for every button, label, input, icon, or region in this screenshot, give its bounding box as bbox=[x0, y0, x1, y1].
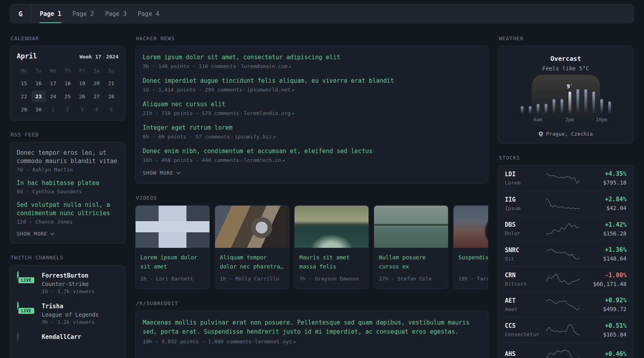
stock-row[interactable]: CRNBitcorn -1.00%$66,171.48 bbox=[505, 267, 627, 292]
weather-time-slot bbox=[521, 117, 524, 124]
twitch-card: LIVE ForrestBurton Counter-Strike 1h · 1… bbox=[10, 265, 125, 358]
hn-story-domain-link[interactable]: loremlandia.org↗ bbox=[244, 110, 294, 116]
calendar-day: 22 bbox=[17, 91, 31, 102]
tab-page-1[interactable]: Page 1 bbox=[34, 4, 67, 23]
rss-item-title[interactable]: In hac habitasse platea bbox=[17, 179, 118, 187]
tab-page-4[interactable]: Page 4 bbox=[132, 4, 165, 23]
avatar-wrap: LIVE bbox=[17, 272, 36, 282]
weather-time-slot bbox=[529, 117, 531, 124]
location-pin-icon bbox=[539, 131, 543, 137]
rss-card: Donec tempor eros leo, ut commodo mauris… bbox=[10, 142, 125, 243]
video-thumbnail[interactable] bbox=[136, 206, 209, 248]
reddit-post-domain-link[interactable]: loremnet.xyz↗ bbox=[255, 339, 296, 344]
video-body: Nullam posuere cursus ex 17h · Stefan Co… bbox=[374, 248, 448, 289]
left-column: CALENDAR April Week 17·2024 Mo Tu We Th … bbox=[10, 35, 125, 358]
video-card[interactable]: Mauris sit amet massa felis 7h · Grayson… bbox=[294, 205, 369, 289]
hn-story: Aliquam nec cursus elit 21h · 710 points… bbox=[143, 100, 481, 116]
weekday-label: Mo bbox=[17, 66, 31, 76]
hackernews-section-title: HACKER NEWS bbox=[136, 35, 488, 41]
stock-row[interactable]: DBSDolor +1.42%$156.28 bbox=[505, 216, 627, 241]
hn-story-meta: 21h · 710 points · 579 comments·loremlan… bbox=[143, 110, 481, 116]
stock-name: Amet bbox=[505, 306, 543, 312]
stocks-section-title: STOCKS bbox=[499, 155, 633, 161]
calendar-year: 2024 bbox=[106, 54, 118, 60]
rss-item-meta: 7d · Ashlyn Martin bbox=[17, 167, 118, 173]
video-thumbnail[interactable] bbox=[215, 206, 289, 248]
avatar-wrap bbox=[17, 333, 36, 344]
hn-story-domain-link[interactable]: ipsumify.biz↗ bbox=[235, 134, 275, 140]
calendar-day: 28 bbox=[104, 91, 118, 102]
hn-story-title[interactable]: Donec imperdiet augue tincidunt felis al… bbox=[143, 77, 481, 85]
video-meta: 1h · Lori Barnett bbox=[140, 276, 205, 282]
hn-story-domain-link[interactable]: loremdomain.com↗ bbox=[241, 63, 291, 69]
dot-separator: · bbox=[242, 87, 247, 93]
stock-row[interactable]: AHS +0.46% bbox=[505, 342, 627, 358]
video-title[interactable]: Lorem ipsum dolor sit amet consectetu… bbox=[140, 253, 205, 271]
weather-time-slot bbox=[576, 117, 579, 124]
hn-story-title[interactable]: Donec enim nibh, condimentum et accumsan… bbox=[143, 147, 481, 155]
center-column: HACKER NEWS Lorem ipsum dolor sit amet, … bbox=[135, 35, 488, 358]
weather-hour-slot bbox=[545, 104, 547, 114]
twitch-channel-row[interactable]: KendallCarr bbox=[17, 333, 118, 344]
rss-show-more-button[interactable]: SHOW MORE bbox=[17, 231, 54, 237]
hn-story-meta: 1d · 1,414 points · 299 comments·ipsumwo… bbox=[143, 87, 481, 93]
rss-item-title[interactable]: Donec tempor eros leo, ut commodo mauris… bbox=[17, 149, 118, 165]
stock-row[interactable]: LDILorem +4.35%$795.18 bbox=[505, 165, 627, 191]
hn-story-stats: 3h · 148 points · 116 comments bbox=[143, 63, 236, 69]
stock-name: Ipsum bbox=[505, 205, 543, 211]
hn-show-more-button[interactable]: SHOW MORE bbox=[143, 170, 180, 176]
weather-condition: Overcast bbox=[505, 55, 627, 62]
hn-story-domain-link[interactable]: ipsumworld.net↗ bbox=[247, 87, 294, 93]
weather-temp-bar bbox=[608, 101, 611, 114]
video-card[interactable]: Aliquam tempor dolor nec pharetra… 1h · … bbox=[215, 205, 289, 289]
weather-temp-bar bbox=[561, 99, 563, 114]
weather-hour-slot bbox=[529, 106, 531, 114]
hn-story-domain-link[interactable]: loremtech.co↗ bbox=[244, 157, 285, 163]
video-title[interactable]: Mauris sit amet massa felis bbox=[299, 253, 364, 271]
tab-page-3[interactable]: Page 3 bbox=[99, 4, 132, 23]
weather-hour-slot: 9° bbox=[568, 91, 571, 114]
calendar-day: 21 bbox=[104, 78, 118, 89]
weather-chart: 9° 6am2pm10pm bbox=[521, 88, 611, 124]
video-title[interactable]: Suspendisse diam bbox=[458, 253, 488, 271]
stock-symbol: AHS bbox=[505, 350, 543, 358]
stock-row[interactable]: IIGIpsum +2.84%$42.04 bbox=[505, 191, 627, 216]
video-card[interactable]: Nullam posuere cursus ex 17h · Stefan Co… bbox=[374, 205, 448, 289]
hn-story-title[interactable]: Integer eget rutrum lorem bbox=[143, 124, 481, 132]
stocks-widget: STOCKS LDILorem +4.35%$795.18 IIGIpsum +… bbox=[498, 155, 633, 358]
reddit-post-title[interactable]: Maecenas mollis pulvinar erat non posuer… bbox=[143, 318, 481, 337]
stock-price: $66,171.48 bbox=[583, 281, 627, 287]
show-more-label: SHOW MORE bbox=[143, 170, 173, 176]
stock-sparkline bbox=[546, 248, 580, 260]
stock-row[interactable]: CCSConsectetur +0.51%$165.84 bbox=[505, 317, 627, 342]
video-thumbnail[interactable] bbox=[454, 206, 488, 248]
video-title[interactable]: Aliquam tempor dolor nec pharetra… bbox=[220, 253, 284, 271]
hn-story-title[interactable]: Aliquam nec cursus elit bbox=[143, 100, 481, 108]
video-title[interactable]: Nullam posuere cursus ex bbox=[379, 253, 443, 271]
video-thumbnail[interactable] bbox=[295, 206, 369, 248]
dashboard-grid: CALENDAR April Week 17·2024 Mo Tu We Th … bbox=[0, 23, 644, 358]
reddit-post: Maecenas mollis pulvinar erat non posuer… bbox=[143, 318, 481, 344]
hn-story-title[interactable]: Lorem ipsum dolor sit amet, consectetur … bbox=[143, 53, 481, 61]
rss-item-meta: 12d · Chance Jones bbox=[17, 219, 118, 225]
stock-price: $156.28 bbox=[583, 230, 627, 237]
stock-row[interactable]: SNRCSit +1.36%$148.64 bbox=[505, 241, 627, 267]
calendar-day-next-month: 3 bbox=[75, 104, 89, 115]
twitch-channel-row[interactable]: LIVE Trisha League of Legends 3h · 1.2k … bbox=[17, 302, 118, 325]
weather-bars: 9° bbox=[521, 88, 611, 114]
stock-row[interactable]: AETAmet +0.92%$499.72 bbox=[505, 292, 627, 317]
video-thumbnail[interactable] bbox=[374, 206, 448, 248]
tab-page-2[interactable]: Page 2 bbox=[67, 4, 99, 23]
twitch-channel-row[interactable]: LIVE ForrestBurton Counter-Strike 1h · 1… bbox=[17, 272, 118, 294]
weather-temp-bar: 9° bbox=[568, 91, 571, 114]
weather-time-label: 6am bbox=[533, 117, 542, 123]
twitch-widget: TWITCH CHANNELS LIVE ForrestBurton Count… bbox=[10, 255, 125, 358]
rss-item-title[interactable]: Sed volutpat nulla nisl, a condimentum n… bbox=[17, 201, 118, 218]
channel-game: League of Legends bbox=[42, 311, 99, 318]
video-card[interactable]: Lorem ipsum dolor sit amet consectetu… 1… bbox=[135, 205, 210, 289]
weather-time-slot bbox=[545, 117, 547, 124]
external-link-icon: ↗ bbox=[281, 158, 285, 163]
video-card[interactable]: Suspendisse diam 18h · Tara bbox=[453, 205, 488, 289]
stock-sparkline bbox=[546, 172, 580, 184]
stock-symbol: LDI bbox=[505, 171, 543, 178]
